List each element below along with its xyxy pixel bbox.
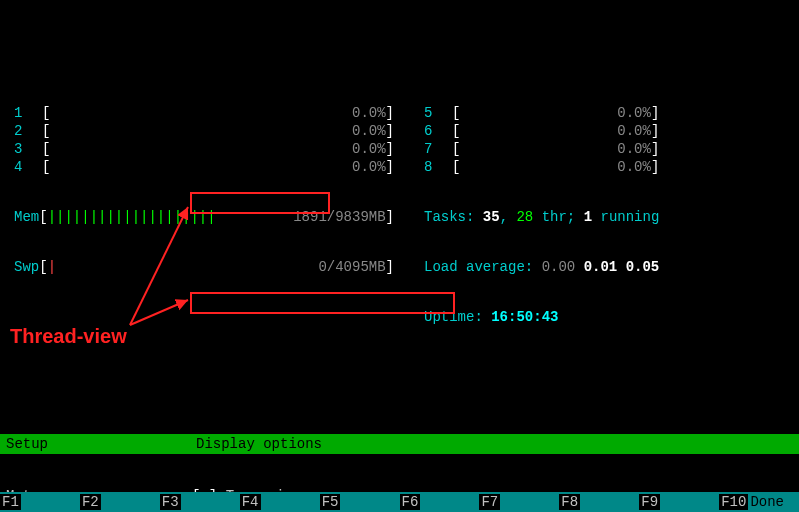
fkey-F3[interactable]: F3 bbox=[160, 492, 240, 512]
cpu-meter-4: 4[0.0%] bbox=[14, 158, 394, 176]
fkey-F8[interactable]: F8 bbox=[559, 492, 639, 512]
cpu-meter-2: 2[0.0%] bbox=[14, 122, 394, 140]
panel-header: Display options bbox=[190, 434, 799, 454]
fkey-F5[interactable]: F5 bbox=[320, 492, 400, 512]
fkey-F4[interactable]: F4 bbox=[240, 492, 320, 512]
function-keys: F1F2F3F4F5F6F7F8F9F10Done bbox=[0, 492, 799, 512]
cpu-meter-3: 3[0.0%] bbox=[14, 140, 394, 158]
swp-meter: Swp[|0/4095MB] bbox=[14, 258, 394, 276]
setup-menu-header: Setup bbox=[0, 434, 190, 454]
fkey-F6[interactable]: F6 bbox=[400, 492, 480, 512]
cpu-meter-5: 5[0.0%] bbox=[424, 104, 659, 122]
fkey-F7[interactable]: F7 bbox=[479, 492, 559, 512]
fkey-F2[interactable]: F2 bbox=[80, 492, 160, 512]
tasks-info: Tasks: 35, 28 thr; 1 running bbox=[424, 208, 659, 226]
fkey-F1[interactable]: F1 bbox=[0, 492, 80, 512]
load-info: Load average: 0.00 0.01 0.05 bbox=[424, 258, 659, 276]
cpu-meter-1: 1[0.0%] bbox=[14, 104, 394, 122]
cpu-meter-6: 6[0.0%] bbox=[424, 122, 659, 140]
cpu-meter-8: 8[0.0%] bbox=[424, 158, 659, 176]
header-meters: 1[0.0%]2[0.0%]3[0.0%]4[0.0%] Mem[|||||||… bbox=[0, 64, 799, 362]
fkey-F10[interactable]: F10Done bbox=[719, 492, 799, 512]
mem-meter: Mem[||||||||||||||||||||1891/9839MB] bbox=[14, 208, 394, 226]
cpu-meter-7: 7[0.0%] bbox=[424, 140, 659, 158]
uptime-info: Uptime: 16:50:43 bbox=[424, 308, 659, 326]
fkey-F9[interactable]: F9 bbox=[639, 492, 719, 512]
